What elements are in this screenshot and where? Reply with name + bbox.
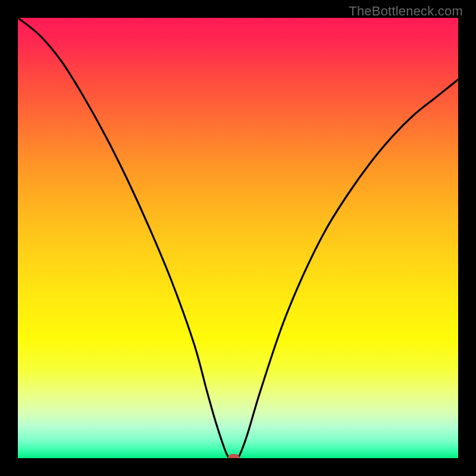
chart-curve-svg: [18, 18, 458, 458]
chart-plot-area: [18, 18, 458, 458]
watermark-text: TheBottleneck.com: [349, 4, 463, 19]
bottleneck-curve-line: [18, 18, 458, 458]
optimal-point-marker: [228, 454, 240, 458]
